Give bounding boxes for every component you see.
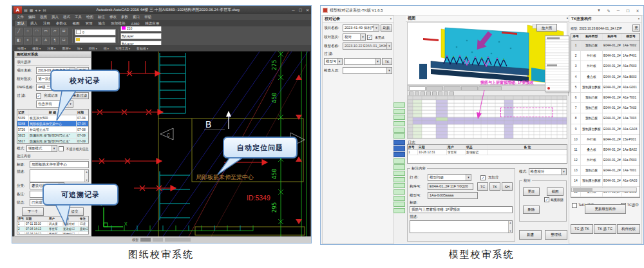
done-checkbox[interactable]: ✓ <box>36 93 41 99</box>
ribbon-tab[interactable]: 默认 <box>15 21 27 26</box>
title-input[interactable]: 局部板筋未伸至梁中心 <box>30 161 89 168</box>
tool-icon[interactable]: A <box>42 37 50 44</box>
redo-icon[interactable]: ▸ <box>39 8 41 12</box>
screenshot-follow-checkbox[interactable]: ✓ <box>544 197 549 202</box>
history-row[interactable]: 1 07-11 15:10 武大康 重新校对 已读 <box>17 222 88 227</box>
lineweight-dropdown[interactable]: ByLayer <box>120 41 162 46</box>
history-row[interactable]: 2 07-04 14:13 李世军 更改标记 原始记录 07-04 14 <box>17 227 88 232</box>
tool-icon[interactable]: ▭ <box>42 28 50 35</box>
screenshot-button[interactable]: 截图 <box>547 187 564 196</box>
filter-icon[interactable]: ▼ <box>595 8 603 12</box>
list-item[interactable] <box>393 208 405 213</box>
model-dropdown[interactable]: 2023.10.22 E04A-01_1#3#.f.ZIP▾ <box>343 43 392 50</box>
component-row[interactable]: 11 叠合板 E04A-01_2# 八层 1Aa-BA02 <box>571 145 639 155</box>
tool-icon[interactable]: × <box>24 37 32 44</box>
scrollbar[interactable]: ▲▼ <box>508 221 512 233</box>
list-item[interactable] <box>393 196 405 201</box>
menu-item[interactable]: 工具 <box>73 15 84 19</box>
tk-filter-button[interactable]: TK <box>382 58 392 65</box>
open-icon[interactable]: ▤ <box>24 8 28 12</box>
component-row[interactable]: 7 预制凸窗 E04A-01_2# 3F Y A1a-TA03 <box>571 103 639 113</box>
component-row[interactable]: 5 预制露台飘窗 E04A-01_2# 3F Y A1a-G001 <box>571 82 639 93</box>
more-button[interactable]: 更 <box>632 24 640 32</box>
panel-label[interactable]: 组 <box>104 46 109 50</box>
tool-icon[interactable]: ▱ <box>51 28 59 35</box>
tool-icon[interactable]: ◠ <box>33 28 41 35</box>
tekla-select-checkbox[interactable] <box>572 203 577 208</box>
tc-button[interactable]: TC <box>477 182 488 191</box>
component-row[interactable]: 1 预制凸窗 E04A-01_2# 3F Y 1Aa-T002 <box>571 41 639 51</box>
list-item[interactable] <box>393 152 405 157</box>
tk-button[interactable]: TK <box>489 182 500 191</box>
sh-button[interactable]: SH <box>502 182 513 191</box>
menu-item[interactable]: 插入 <box>50 15 61 19</box>
list-item[interactable] <box>393 171 405 176</box>
tool-icon[interactable]: ≡ <box>33 37 41 44</box>
tool-icon[interactable]: ¶ <box>51 37 59 44</box>
component-row[interactable]: 9 预制露台飘窗 E04A-01_2# 3F Y A1a-GA03 <box>571 124 639 135</box>
component-row[interactable]: 2 外叶板 E04A-01_2# 3F Y 1Aa-P401 <box>571 51 639 61</box>
ribbon-tab[interactable]: 视图 <box>70 21 82 26</box>
refilter-button[interactable]: 重新过滤 <box>71 92 89 99</box>
list-item[interactable] <box>393 164 405 169</box>
pin-icon[interactable]: ▪ <box>390 16 392 22</box>
menu-item[interactable]: 修改 <box>108 15 118 19</box>
submit-button[interactable]: 提交 <box>66 207 84 216</box>
maximize-button[interactable]: ☐ <box>624 8 632 13</box>
record-row[interactable]: 5339 板宽加大500 07-04 <box>17 115 88 121</box>
save-icon[interactable]: ▦ <box>30 8 33 12</box>
desc-textarea[interactable]: ▲▼ <box>30 169 89 182</box>
panel-label[interactable]: 图层 <box>62 46 70 50</box>
ribbon-tab[interactable]: 精选应用 <box>142 21 162 26</box>
list-item[interactable] <box>393 102 405 108</box>
scrollbar[interactable]: ▲▼ <box>84 170 88 182</box>
unfinished-checkbox[interactable]: ✓ <box>367 35 372 40</box>
component-spreadsheet[interactable] <box>407 95 567 139</box>
desc-textarea[interactable]: ▲▼ <box>410 220 513 233</box>
minimize-button[interactable]: ─ <box>614 8 622 12</box>
model-3d-viewer[interactable]: +- 放大图 <box>407 22 567 85</box>
ribbon-tab[interactable]: 插入 <box>28 21 40 26</box>
tool-icon[interactable]: ╱ <box>15 28 23 35</box>
refresh-button[interactable]: 刷新 <box>381 24 392 32</box>
component-row[interactable]: 13 预制凸窗 E04A-01_2# 3F Y 1Aa-T001 <box>571 166 639 176</box>
record-row[interactable]: 5817 防漏应用,按"预埋DN75止水" 07-09 <box>17 139 88 144</box>
project-dropdown[interactable]: 2023-41-49 保利产业片区2#-02#▾ <box>343 24 379 32</box>
color-dropdown[interactable]: 210 <box>120 26 162 32</box>
record-row[interactable]: 5815 防漏应用,按"预埋DN75止水" 07-09 <box>17 133 88 139</box>
component-row[interactable]: 3 外叶板 E04A-01_2# 3F Y A1a-P003 <box>571 61 639 72</box>
ribbon-tab[interactable]: 参数化 <box>53 21 70 26</box>
minimize-button[interactable]: ─ <box>290 8 297 12</box>
component-row[interactable]: 6 预制凸窗 E04A-01_2# 3F Y A1a-T001 <box>571 93 639 103</box>
quick-access-toolbar[interactable]: ▤ ▦ ◂ ▸ ⊟ <box>24 8 46 12</box>
layer-state-dropdown[interactable] <box>75 37 116 43</box>
history-row[interactable]: 3 07-04 14:12 李世军 新增标记 <box>17 232 88 235</box>
pin-icon[interactable]: ▪ <box>567 15 568 21</box>
filter-value-dropdown[interactable]: ▾ <box>344 58 381 65</box>
panel-label[interactable]: 特性 <box>89 46 97 50</box>
title-input[interactable]: 插筋与上层窗预埋碰: 1F梁预改 <box>410 206 513 213</box>
menu-item[interactable]: 绘图 <box>84 15 95 19</box>
tool-icon[interactable]: ⊟ <box>60 37 68 44</box>
mode-dropdown[interactable]: 增量模式▾ <box>26 145 57 152</box>
ribbon-tab[interactable]: 输出 <box>96 21 108 26</box>
list-item[interactable] <box>393 146 405 151</box>
component-row[interactable]: 10 外叶板 E04A-01_2# 12F 15a-P001 <box>571 135 639 145</box>
close-button[interactable]: ✕ <box>634 8 641 13</box>
tc-to-tk-button[interactable]: TC 选 TK <box>571 224 593 234</box>
horizontal-scrollbar[interactable] <box>571 187 637 192</box>
ribbon-tab[interactable]: 管理 <box>83 21 95 26</box>
close-button[interactable]: ✕ <box>304 8 311 12</box>
no-prompt-checkbox[interactable] <box>59 146 64 151</box>
new-button[interactable]: 新建 <box>519 230 542 240</box>
component-row[interactable]: 8 预制凸窗 E04A-01_2# 3F Y 1Aa-T003 <box>571 113 639 124</box>
menu-item[interactable]: 窗口 <box>131 15 142 19</box>
panel-label[interactable]: 注释 <box>47 46 55 50</box>
list-item[interactable] <box>393 189 405 195</box>
list-item[interactable] <box>393 140 405 145</box>
category-dropdown[interactable]: 模型问题▾ <box>428 174 471 181</box>
menu-item[interactable]: 帮助 <box>142 15 153 19</box>
component-row[interactable]: 14 预制露台飘窗 E04A-01_2# 1F Y A1a-GA03 <box>571 176 639 186</box>
menu-item[interactable]: 格式 <box>61 15 72 19</box>
tool-icon[interactable]: ◧ <box>15 37 23 44</box>
